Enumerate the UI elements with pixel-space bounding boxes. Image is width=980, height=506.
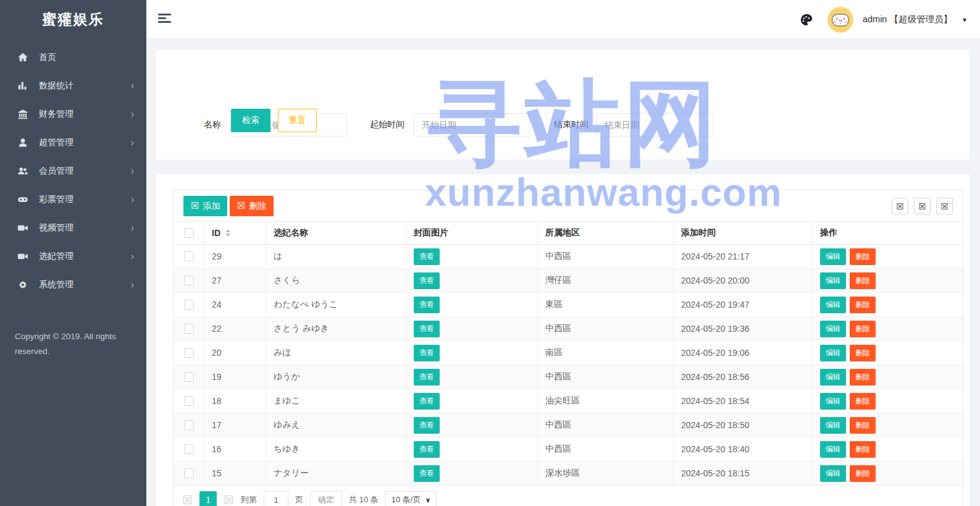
table-export-button[interactable]: ☒ <box>914 198 931 214</box>
row-checkbox[interactable] <box>184 348 194 358</box>
sidebar-item[interactable]: 数据统计 › <box>0 72 146 100</box>
row-checkbox[interactable] <box>184 468 194 478</box>
row-checkbox[interactable] <box>184 276 194 285</box>
topbar: admin 【超级管理员】 ▾ <box>146 0 980 39</box>
delete-row-button[interactable]: 删除 <box>850 393 876 410</box>
search-button[interactable]: 检索 <box>231 109 270 132</box>
sidebar-item[interactable]: 财务管理 › <box>0 100 146 129</box>
prev-page-icon[interactable]: ☒ <box>182 494 193 506</box>
edit-button[interactable]: 编辑 <box>820 393 846 410</box>
row-time: 2024-05-20 18:56 <box>674 365 813 389</box>
end-date-input[interactable] <box>597 113 713 137</box>
select-all-checkbox[interactable] <box>184 228 194 238</box>
row-checkbox[interactable] <box>184 444 194 454</box>
view-cover-button[interactable]: 查看 <box>414 441 440 458</box>
row-checkbox[interactable] <box>184 396 194 406</box>
column-header-id[interactable]: ID <box>204 222 266 244</box>
sidebar-item[interactable]: 视频管理 › <box>0 214 146 242</box>
row-checkbox[interactable] <box>184 324 194 334</box>
edit-button[interactable]: 编辑 <box>820 272 846 289</box>
avatar[interactable] <box>827 7 853 33</box>
sort-icon[interactable] <box>225 229 230 237</box>
end-time-label: 结束时间 <box>542 119 588 130</box>
sidebar-item[interactable]: 超管管理 › <box>0 129 146 157</box>
table-print-button[interactable]: ☒ <box>936 198 953 214</box>
row-checkbox[interactable] <box>184 300 194 310</box>
table-toolbar: ☒ 添加 ☒ 删除 ☒ ☒ ☒ <box>174 190 963 222</box>
next-page-icon[interactable]: ☒ <box>224 494 234 506</box>
column-header-name: 选妃名称 <box>266 222 406 244</box>
start-date-input[interactable] <box>414 113 530 137</box>
edit-button[interactable]: 编辑 <box>820 417 846 434</box>
view-cover-button[interactable]: 查看 <box>414 272 440 289</box>
view-cover-button[interactable]: 查看 <box>414 369 440 386</box>
users-icon <box>17 166 28 177</box>
add-button[interactable]: ☒ 添加 <box>183 196 227 216</box>
chevron-right-icon: › <box>131 251 134 261</box>
delete-row-button[interactable]: 删除 <box>850 272 876 289</box>
row-checkbox[interactable] <box>184 251 194 261</box>
goto-page-input[interactable] <box>264 491 288 506</box>
delete-row-button[interactable]: 删除 <box>850 369 876 386</box>
delete-row-button[interactable]: 删除 <box>850 345 876 361</box>
view-cover-button[interactable]: 查看 <box>414 321 440 337</box>
chart-icon <box>17 80 28 92</box>
page-size-select[interactable]: 10 条/页 ∨ <box>385 491 437 506</box>
view-cover-button[interactable]: 查看 <box>414 345 440 361</box>
edit-button[interactable]: 编辑 <box>820 441 846 458</box>
topbar-right: admin 【超级管理员】 ▾ <box>800 0 966 39</box>
user-dropdown-caret-icon[interactable]: ▾ <box>963 15 966 24</box>
table-wrapper: ☒ 添加 ☒ 删除 ☒ ☒ ☒ ID 选妃名称 封面图片 所属地区 添加时间 <box>173 190 963 506</box>
view-cover-button[interactable]: 查看 <box>414 465 440 482</box>
delete-row-button[interactable]: 删除 <box>850 465 876 482</box>
gear-icon <box>17 279 28 291</box>
edit-button[interactable]: 编辑 <box>820 345 846 361</box>
delete-row-button[interactable]: 删除 <box>850 321 876 337</box>
delete-row-button[interactable]: 删除 <box>850 297 876 313</box>
goto-confirm-button[interactable]: 确定 <box>310 491 342 506</box>
brand-title: 蜜獾娱乐 <box>0 0 146 39</box>
table-filter-button[interactable]: ☒ <box>892 198 908 214</box>
batch-delete-button[interactable]: ☒ 删除 <box>230 196 274 216</box>
table-row: 20 みほ 查看 南區 2024-05-20 19:06 编辑 删除 <box>174 341 963 365</box>
row-region: 南區 <box>538 341 674 365</box>
edit-button[interactable]: 编辑 <box>820 321 846 337</box>
sidebar-item[interactable]: 首页 › <box>0 43 146 72</box>
row-checkbox[interactable] <box>184 420 194 430</box>
delete-row-button[interactable]: 删除 <box>850 441 876 458</box>
sidebar-item[interactable]: 彩票管理 › <box>0 185 146 214</box>
sidebar-item[interactable]: 选妃管理 › <box>0 242 146 271</box>
table-tool-icons: ☒ ☒ ☒ <box>892 198 953 214</box>
view-cover-button[interactable]: 查看 <box>414 417 440 434</box>
reset-button[interactable]: 重置 <box>278 109 317 132</box>
bank-icon <box>17 109 28 120</box>
row-checkbox[interactable] <box>184 372 194 382</box>
edit-button[interactable]: 编辑 <box>820 248 846 265</box>
table-row: 24 わたなべ ゆうこ 查看 東區 2024-05-20 19:47 编辑 删除 <box>174 293 963 317</box>
view-cover-button[interactable]: 查看 <box>414 297 440 313</box>
sidebar: 蜜獾娱乐 首页 › 数据统计 › 财务管理 › 超管管理 <box>0 0 146 506</box>
username-label[interactable]: admin 【超级管理员】 <box>863 14 952 25</box>
sidebar-item-label: 数据统计 <box>39 80 131 91</box>
home-icon <box>17 52 28 64</box>
delete-row-button[interactable]: 删除 <box>850 248 876 265</box>
total-count-label: 共 10 条 <box>349 494 379 505</box>
sidebar-item[interactable]: 会员管理 › <box>0 157 146 185</box>
sidebar-item-label: 视频管理 <box>39 222 131 234</box>
edit-button[interactable]: 编辑 <box>820 465 846 482</box>
sidebar-item[interactable]: 系统管理 › <box>0 271 146 299</box>
edit-button[interactable]: 编辑 <box>820 297 846 313</box>
view-cover-button[interactable]: 查看 <box>414 248 440 265</box>
column-header-cover: 封面图片 <box>406 222 538 244</box>
view-cover-button[interactable]: 查看 <box>414 393 440 410</box>
hamburger-menu-icon[interactable] <box>158 14 172 25</box>
sidebar-item-label: 系统管理 <box>39 279 131 290</box>
edit-button[interactable]: 编辑 <box>820 369 846 386</box>
row-id: 20 <box>204 341 266 365</box>
current-page-button[interactable]: 1 <box>199 491 217 506</box>
delete-row-button[interactable]: 删除 <box>850 417 876 434</box>
row-region: 油尖旺區 <box>538 389 674 413</box>
sidebar-item-label: 首页 <box>39 52 131 63</box>
theme-palette-icon[interactable] <box>800 13 813 27</box>
row-id: 22 <box>204 317 266 340</box>
